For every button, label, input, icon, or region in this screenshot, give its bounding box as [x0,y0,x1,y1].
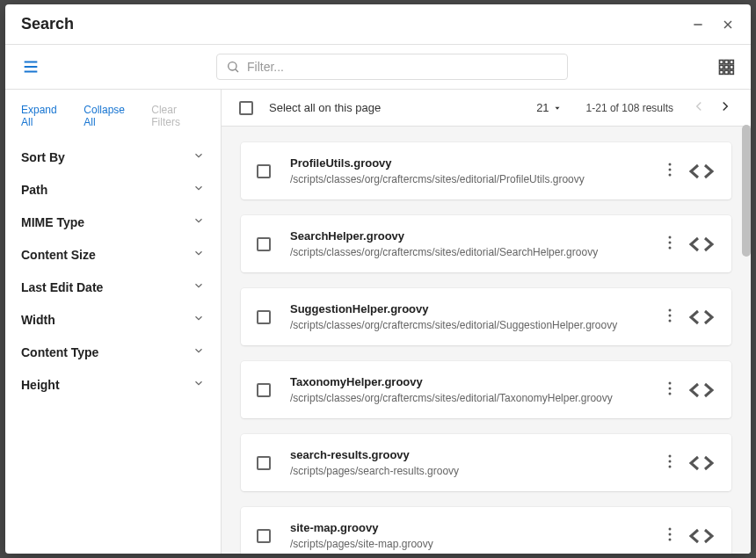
minimize-button[interactable] [691,18,705,32]
svg-point-29 [669,392,672,395]
result-text: search-results.groovy /scripts/pages/sea… [290,448,658,477]
code-view-button[interactable] [687,236,716,253]
result-text: TaxonomyHelper.groovy /scripts/classes/o… [290,375,658,404]
filter-content-type[interactable]: Content Type [5,336,221,368]
results-list[interactable]: ProfileUtils.groovy /scripts/classes/org… [222,127,751,554]
result-item[interactable]: TaxonomyHelper.groovy /scripts/classes/o… [241,361,731,418]
result-item[interactable]: SearchHelper.groovy /scripts/classes/org… [241,215,731,272]
svg-point-30 [669,454,672,457]
result-checkbox[interactable] [257,310,271,324]
result-path: /scripts/classes/org/craftercms/sites/ed… [290,246,658,258]
select-all-checkbox[interactable] [239,101,253,115]
svg-rect-15 [724,70,728,74]
result-item[interactable]: ProfileUtils.groovy /scripts/classes/org… [241,142,731,199]
result-item[interactable]: search-results.groovy /scripts/pages/sea… [241,434,731,491]
filter-label: Content Size [21,248,96,262]
dialog-title: Search [21,15,74,33]
clear-filters-link: Clear Filters [151,104,205,128]
svg-point-28 [669,387,672,389]
svg-point-34 [669,533,672,535]
next-page-button[interactable] [717,98,733,117]
code-view-button[interactable] [687,308,716,326]
svg-point-6 [229,62,236,70]
hamburger-icon [21,57,40,76]
expand-all-link[interactable]: Expand All [21,104,68,128]
more-actions-button[interactable] [668,454,672,472]
svg-rect-13 [730,65,733,69]
svg-point-32 [669,465,672,467]
filter-label: Width [21,313,55,327]
result-text: ProfileUtils.groovy /scripts/classes/org… [290,156,658,185]
result-checkbox[interactable] [257,529,271,543]
scrollbar[interactable] [742,125,751,257]
result-checkbox[interactable] [257,456,271,470]
close-button[interactable] [721,18,735,32]
more-actions-button[interactable] [668,236,672,253]
result-text: SearchHelper.groovy /scripts/classes/org… [290,229,658,258]
result-checkbox[interactable] [257,164,271,178]
filter-box[interactable] [216,54,568,80]
menu-button[interactable] [21,57,40,76]
result-name: site-map.groovy [290,521,658,534]
result-checkbox[interactable] [257,237,271,251]
filter-label: Content Type [21,345,98,359]
result-path: /scripts/pages/site-map.groovy [290,538,658,550]
filter-label: MIME Type [21,215,84,229]
code-icon [687,308,716,326]
result-text: SuggestionHelper.groovy /scripts/classes… [290,302,658,331]
kebab-icon [668,236,672,250]
filter-sort-by[interactable]: Sort By [5,141,221,173]
results-header: Select all on this page 21 1-21 of 108 r… [222,90,751,127]
chevron-down-icon [193,279,205,294]
code-view-button[interactable] [687,454,716,472]
dialog-header-actions [691,18,735,32]
grid-icon [717,58,735,76]
result-actions [668,236,716,253]
kebab-icon [668,454,672,468]
svg-rect-12 [724,65,728,69]
filter-content-size[interactable]: Content Size [5,238,221,271]
select-all-label: Select all on this page [269,101,381,114]
code-view-button[interactable] [687,381,716,399]
filter-last-edit-date[interactable]: Last Edit Date [5,271,221,303]
chevron-down-icon [193,149,205,164]
svg-point-27 [669,381,672,384]
svg-line-7 [236,69,238,72]
filter-width[interactable]: Width [5,303,221,336]
code-view-button[interactable] [687,527,716,545]
code-view-button[interactable] [687,163,716,180]
prev-page-button [691,98,707,117]
result-name: SearchHelper.groovy [290,229,658,243]
kebab-icon [668,163,672,177]
svg-rect-14 [720,70,723,74]
filter-label: Sort By [21,150,65,164]
grid-view-button[interactable] [717,58,735,76]
filter-input[interactable] [247,60,558,74]
more-actions-button[interactable] [668,527,672,545]
result-name: ProfileUtils.groovy [290,156,658,170]
filter-mime-type[interactable]: MIME Type [5,206,221,238]
search-icon [226,60,240,74]
code-icon [687,381,716,399]
result-path: /scripts/classes/org/craftercms/sites/ed… [290,392,658,404]
dialog-header: Search [5,4,751,45]
collapse-all-link[interactable]: Collapse All [84,104,135,128]
result-checkbox[interactable] [257,383,271,397]
filter-path[interactable]: Path [5,173,221,206]
filter-label: Height [21,378,60,392]
result-item[interactable]: site-map.groovy /scripts/pages/site-map.… [241,507,731,554]
chevron-down-icon [193,247,205,262]
more-actions-button[interactable] [668,381,672,399]
svg-point-21 [669,236,672,238]
page-size-selector[interactable]: 21 [536,101,561,114]
result-item[interactable]: SuggestionHelper.groovy /scripts/classes… [241,288,731,345]
more-actions-button[interactable] [668,163,672,180]
chevron-left-icon [691,98,707,114]
caret-down-icon [553,104,562,112]
dialog-body: Expand All Collapse All Clear Filters So… [5,90,751,554]
more-actions-button[interactable] [668,308,672,326]
filter-height[interactable]: Height [5,368,221,401]
chevron-down-icon [193,182,205,197]
page-size-value: 21 [536,101,549,114]
result-actions [668,381,716,399]
